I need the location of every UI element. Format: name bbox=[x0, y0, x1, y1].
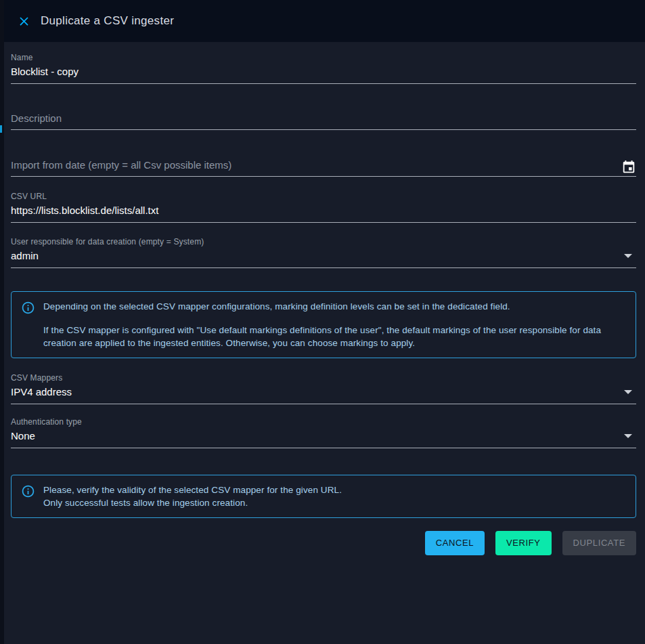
authentication-type-label: Authentication type bbox=[11, 417, 636, 427]
authentication-type-value[interactable]: None bbox=[11, 430, 624, 442]
csv-url-field[interactable]: CSV URL https://lists.blocklist.de/lists… bbox=[11, 192, 636, 223]
info-icon bbox=[21, 301, 35, 319]
verify-info-line1: Please, verify the validity of the selec… bbox=[43, 484, 625, 497]
chevron-down-icon[interactable] bbox=[624, 434, 632, 438]
verify-info-line2: Only successful tests allow the ingestio… bbox=[43, 496, 625, 510]
name-field-value[interactable]: Blocklist - copy bbox=[11, 66, 636, 78]
user-responsible-select[interactable]: User responsible for data creation (empt… bbox=[11, 237, 636, 268]
verify-info-text: Please, verify the validity of the selec… bbox=[43, 484, 625, 510]
verify-info-alert: Please, verify the validity of the selec… bbox=[11, 475, 636, 518]
import-from-date-placeholder[interactable]: Import from date (empty = all Csv possib… bbox=[11, 159, 621, 176]
markings-info-line2: If the CSV mapper is configured with "Us… bbox=[43, 324, 625, 350]
drawer-title: Duplicate a CSV ingester bbox=[41, 14, 174, 28]
name-field-label: Name bbox=[11, 53, 636, 62]
markings-info-text: Depending on the selected CSV mapper con… bbox=[43, 300, 625, 350]
description-field-placeholder[interactable]: Description bbox=[11, 112, 636, 129]
duplicate-csv-ingester-drawer: Duplicate a CSV ingester Name Blocklist … bbox=[4, 0, 645, 644]
background-page-edge bbox=[0, 0, 4, 644]
authentication-type-select[interactable]: Authentication type None bbox=[11, 417, 636, 448]
markings-info-line1: Depending on the selected CSV mapper con… bbox=[43, 300, 625, 314]
csv-url-field-label: CSV URL bbox=[11, 192, 636, 201]
info-icon bbox=[21, 484, 35, 502]
chevron-down-icon[interactable] bbox=[624, 254, 632, 258]
user-responsible-label: User responsible for data creation (empt… bbox=[11, 237, 636, 246]
csv-url-field-value[interactable]: https://lists.blocklist.de/lists/all.txt bbox=[11, 205, 636, 217]
import-from-date-field[interactable]: Import from date (empty = all Csv possib… bbox=[11, 159, 636, 177]
user-responsible-value[interactable]: admin bbox=[11, 250, 624, 262]
drawer-header: Duplicate a CSV ingester bbox=[4, 0, 645, 42]
duplicate-button[interactable]: DUPLICATE bbox=[562, 531, 636, 555]
verify-button[interactable]: VERIFY bbox=[495, 531, 552, 555]
dialog-actions: CANCEL VERIFY DUPLICATE bbox=[11, 531, 636, 555]
markings-info-alert: Depending on the selected CSV mapper con… bbox=[11, 291, 636, 358]
cancel-button[interactable]: CANCEL bbox=[425, 531, 485, 555]
calendar-icon[interactable] bbox=[621, 160, 636, 175]
description-field[interactable]: Description bbox=[11, 112, 636, 130]
name-field[interactable]: Name Blocklist - copy bbox=[11, 53, 636, 84]
duplicate-csv-ingester-page: Duplicate a CSV ingester Name Blocklist … bbox=[0, 0, 645, 644]
close-icon[interactable] bbox=[12, 9, 35, 33]
csv-mappers-select[interactable]: CSV Mappers IPV4 address bbox=[11, 373, 636, 404]
csv-mappers-label: CSV Mappers bbox=[11, 373, 636, 383]
chevron-down-icon[interactable] bbox=[624, 390, 632, 394]
drawer-content: Name Blocklist - copy Description Import… bbox=[4, 42, 645, 555]
csv-mappers-value[interactable]: IPV4 address bbox=[11, 386, 624, 398]
background-accent-mark bbox=[0, 125, 2, 133]
